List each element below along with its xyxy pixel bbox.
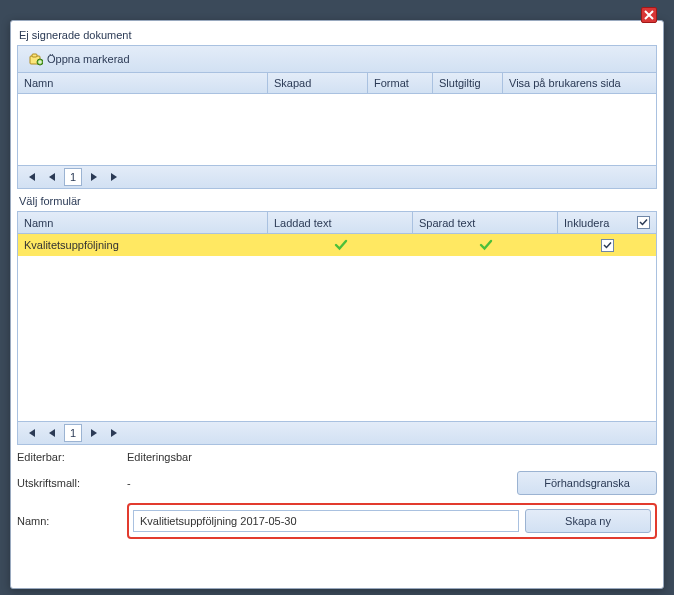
editable-label: Editerbar: bbox=[17, 451, 127, 463]
bottom-grid-headers: Namn Laddad text Sparad text Inkludera bbox=[17, 211, 657, 234]
col-show-user-page[interactable]: Visa på brukarens sida bbox=[503, 73, 656, 93]
print-template-label: Utskriftsmall: bbox=[17, 477, 127, 489]
prev-icon bbox=[48, 172, 56, 182]
last-icon bbox=[109, 428, 121, 438]
pager-prev-button[interactable] bbox=[43, 424, 61, 442]
prev-icon bbox=[48, 428, 56, 438]
open-icon bbox=[29, 52, 43, 66]
row-name: Kvalitetsuppföljning bbox=[18, 234, 268, 256]
editable-value: Editeringsbar bbox=[127, 451, 517, 463]
svg-rect-1 bbox=[32, 54, 37, 57]
col-saved-text[interactable]: Sparad text bbox=[413, 212, 558, 233]
bottom-grid-body: Kvalitetsuppföljning bbox=[17, 234, 657, 422]
pager-page[interactable]: 1 bbox=[64, 168, 82, 186]
name-label: Namn: bbox=[17, 515, 127, 527]
close-button[interactable] bbox=[641, 7, 657, 23]
footer: Editerbar: Editeringsbar Utskriftsmall: … bbox=[17, 451, 657, 539]
row-saved bbox=[413, 234, 558, 256]
close-icon bbox=[644, 10, 654, 20]
pager-first-button[interactable] bbox=[22, 424, 40, 442]
pager-page[interactable]: 1 bbox=[64, 424, 82, 442]
print-template-value: - bbox=[127, 477, 517, 489]
col-created[interactable]: Skapad bbox=[268, 73, 368, 93]
col-loaded-text[interactable]: Laddad text bbox=[268, 212, 413, 233]
pager-first-button[interactable] bbox=[22, 168, 40, 186]
next-icon bbox=[90, 428, 98, 438]
first-icon bbox=[25, 172, 37, 182]
dialog: Ej signerade dokument Öppna markerad Nam… bbox=[10, 20, 664, 589]
first-icon bbox=[25, 428, 37, 438]
pager-prev-button[interactable] bbox=[43, 168, 61, 186]
pager-next-button[interactable] bbox=[85, 168, 103, 186]
row-include bbox=[558, 234, 656, 256]
name-input[interactable] bbox=[133, 510, 519, 532]
next-icon bbox=[90, 172, 98, 182]
open-marked-button[interactable]: Öppna markerad bbox=[22, 49, 137, 69]
check-icon bbox=[639, 218, 648, 227]
col-form-name[interactable]: Namn bbox=[18, 212, 268, 233]
create-highlight: Skapa ny bbox=[127, 503, 657, 539]
include-all-checkbox[interactable] bbox=[637, 216, 650, 229]
col-format[interactable]: Format bbox=[368, 73, 433, 93]
row-loaded bbox=[268, 234, 413, 256]
include-checkbox[interactable] bbox=[601, 239, 614, 252]
pager-next-button[interactable] bbox=[85, 424, 103, 442]
col-include-label: Inkludera bbox=[564, 217, 609, 229]
col-name[interactable]: Namn bbox=[18, 73, 268, 93]
open-marked-label: Öppna markerad bbox=[47, 53, 130, 65]
top-grid-body bbox=[17, 94, 657, 166]
check-icon bbox=[603, 241, 612, 250]
top-pager: 1 bbox=[17, 166, 657, 189]
table-row[interactable]: Kvalitetsuppföljning bbox=[18, 234, 656, 256]
unsigned-documents-title: Ej signerade dokument bbox=[17, 27, 657, 45]
select-form-title: Välj formulär bbox=[17, 193, 657, 211]
create-new-button[interactable]: Skapa ny bbox=[525, 509, 651, 533]
col-final[interactable]: Slutgiltig bbox=[433, 73, 503, 93]
pager-last-button[interactable] bbox=[106, 424, 124, 442]
preview-button[interactable]: Förhandsgranska bbox=[517, 471, 657, 495]
top-grid-headers: Namn Skapad Format Slutgiltig Visa på br… bbox=[17, 73, 657, 94]
bottom-pager: 1 bbox=[17, 422, 657, 445]
last-icon bbox=[109, 172, 121, 182]
pager-last-button[interactable] bbox=[106, 168, 124, 186]
top-toolbar: Öppna markerad bbox=[17, 45, 657, 73]
check-icon bbox=[334, 239, 348, 251]
check-icon bbox=[479, 239, 493, 251]
col-include[interactable]: Inkludera bbox=[558, 212, 656, 233]
